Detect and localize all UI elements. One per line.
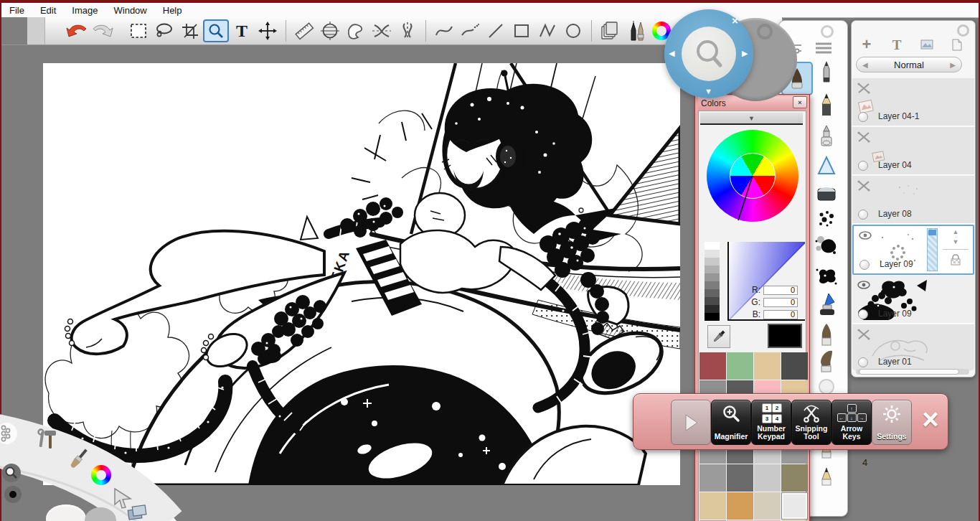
lagoon-brush-icon[interactable] xyxy=(66,446,92,471)
current-color-swatch[interactable] xyxy=(768,324,802,348)
move-tool-icon[interactable] xyxy=(255,19,281,42)
palette-swatch[interactable] xyxy=(727,352,753,380)
lagoon-colorwheel-icon[interactable] xyxy=(91,465,111,485)
palette-swatch[interactable] xyxy=(754,464,781,492)
brush-flat[interactable] xyxy=(811,348,842,374)
layer-row[interactable]: Layer 01 xyxy=(852,324,974,372)
text-tool-icon[interactable]: T xyxy=(229,19,255,42)
puck-right-icon[interactable]: ▶ xyxy=(742,49,748,58)
palette-swatch-selected[interactable] xyxy=(781,492,808,520)
zoom-tool-icon[interactable] xyxy=(203,19,229,42)
layer-radio[interactable] xyxy=(858,112,868,122)
menu-image[interactable]: Image xyxy=(64,5,105,16)
layer-radio[interactable] xyxy=(858,357,868,367)
layer-reorder-spinner[interactable]: ▲▼ xyxy=(953,229,959,245)
brush-pencil-4[interactable]: 4 xyxy=(811,464,842,490)
b-value-field[interactable]: 0 xyxy=(763,310,798,319)
puck-left-icon[interactable]: ◀ xyxy=(669,49,674,58)
brush-splatter[interactable] xyxy=(811,233,842,259)
visibility-hidden-icon[interactable] xyxy=(857,131,870,143)
symmetry-icon[interactable] xyxy=(395,19,420,42)
visibility-visible-icon[interactable] xyxy=(859,230,872,242)
undo-icon[interactable] xyxy=(64,19,90,42)
new-page-button[interactable] xyxy=(945,37,969,52)
colors-dropdown-bar[interactable]: ▼ xyxy=(700,113,803,125)
number-keypad-button[interactable]: 1 2 3 4 Number Keypad xyxy=(751,400,791,445)
hue-wheel[interactable] xyxy=(707,130,798,222)
magnifier-button[interactable]: Magnifier xyxy=(711,400,751,445)
palette-swatch[interactable] xyxy=(754,492,781,520)
rect-select-icon[interactable] xyxy=(126,19,151,42)
ellipse-guide-icon[interactable] xyxy=(317,19,343,42)
visibility-hidden-icon[interactable] xyxy=(857,83,870,94)
colors-panel-close-button[interactable]: × xyxy=(793,96,807,108)
draw-curve-icon[interactable] xyxy=(431,19,457,42)
layer-lock-icon[interactable] xyxy=(949,253,962,266)
blend-prev-icon[interactable]: ◀ xyxy=(862,61,868,69)
add-layer-button[interactable]: + xyxy=(854,37,879,52)
draw-rect-icon[interactable] xyxy=(509,19,534,42)
brush-highlighter-wedge[interactable] xyxy=(811,153,842,179)
eyedropper-button[interactable] xyxy=(707,325,730,348)
puck-down-icon[interactable]: ▼ xyxy=(705,87,712,95)
draw-line-icon[interactable] xyxy=(483,19,509,42)
grayscale-strip[interactable] xyxy=(705,242,720,321)
zoom-puck[interactable] xyxy=(664,9,753,98)
visibility-hidden-icon[interactable] xyxy=(857,180,870,192)
drawing-canvas[interactable]: MEKA xyxy=(43,63,680,485)
layer-radio[interactable] xyxy=(858,161,868,171)
lagoon-pod-left[interactable] xyxy=(46,504,86,521)
menu-file[interactable]: File xyxy=(1,5,32,16)
draw-dotted-curve-icon[interactable] xyxy=(457,19,483,42)
brushes-icon[interactable] xyxy=(623,19,649,42)
palette-swatch[interactable] xyxy=(699,464,726,492)
visibility-visible-icon[interactable] xyxy=(857,280,870,291)
blend-next-icon[interactable]: ▶ xyxy=(950,61,956,69)
palette-swatch[interactable] xyxy=(699,492,726,520)
layer-row[interactable]: Layer 09 xyxy=(852,276,974,324)
layer-opacity-slider[interactable] xyxy=(927,228,938,271)
layers-panel-grip[interactable] xyxy=(957,24,969,37)
brush-splatter-2[interactable] xyxy=(811,263,842,289)
zoom-puck-dial[interactable] xyxy=(682,27,736,81)
brush-spray[interactable] xyxy=(811,206,842,232)
lagoon-zoom-icon[interactable] xyxy=(2,464,21,482)
brush-pencil-2b[interactable]: 2B xyxy=(811,93,842,118)
layer-radio[interactable] xyxy=(858,210,868,220)
menu-help[interactable]: Help xyxy=(155,5,190,16)
ruler-icon[interactable] xyxy=(291,19,317,42)
palette-swatch[interactable] xyxy=(699,352,726,380)
draw-ellipse-icon[interactable] xyxy=(560,19,586,42)
brush-ballpoint-pen[interactable]: 1 xyxy=(811,60,842,85)
image-layer-button[interactable] xyxy=(915,37,939,52)
layer-row[interactable]: Layer 04-1 xyxy=(852,78,974,126)
layer-radio[interactable] xyxy=(858,309,868,319)
layer-row[interactable]: Layer 04 xyxy=(852,127,974,175)
lagoon-pod-right[interactable] xyxy=(85,507,116,521)
text-layer-button[interactable]: T xyxy=(885,37,909,52)
palette-swatch[interactable] xyxy=(781,352,808,380)
lagoon-layers-icon[interactable] xyxy=(126,504,149,521)
opacity-slider-thumb[interactable] xyxy=(928,230,936,235)
lagoon-grip-icon[interactable] xyxy=(0,421,19,446)
distort-icon[interactable] xyxy=(369,19,395,42)
palette-swatch[interactable] xyxy=(727,464,753,492)
g-value-field[interactable]: 0 xyxy=(763,298,798,307)
r-value-field[interactable]: 0 xyxy=(763,286,798,295)
layer-radio[interactable] xyxy=(859,260,870,270)
toolbar-close-icon[interactable]: × xyxy=(916,400,945,439)
layers-scrollbar[interactable] xyxy=(856,369,969,375)
brush-airbrush[interactable] xyxy=(811,124,842,150)
lagoon-color-dot-icon[interactable] xyxy=(4,486,22,503)
blend-mode-selector[interactable]: ◀ Normal ▶ xyxy=(856,57,962,72)
layer-row-selected[interactable]: Layer 09 ▲▼ xyxy=(852,225,974,275)
snipping-tool-button[interactable]: Snipping Tool xyxy=(791,400,831,445)
palette-swatch[interactable] xyxy=(781,464,808,492)
brush-round[interactable] xyxy=(811,322,842,348)
lasso-select-icon[interactable] xyxy=(151,19,177,42)
redo-icon[interactable] xyxy=(90,19,116,42)
menu-edit[interactable]: Edit xyxy=(32,5,64,16)
pages-icon[interactable] xyxy=(597,19,623,42)
visibility-hidden-icon[interactable] xyxy=(857,329,870,340)
draw-polyline-icon[interactable] xyxy=(534,19,560,42)
